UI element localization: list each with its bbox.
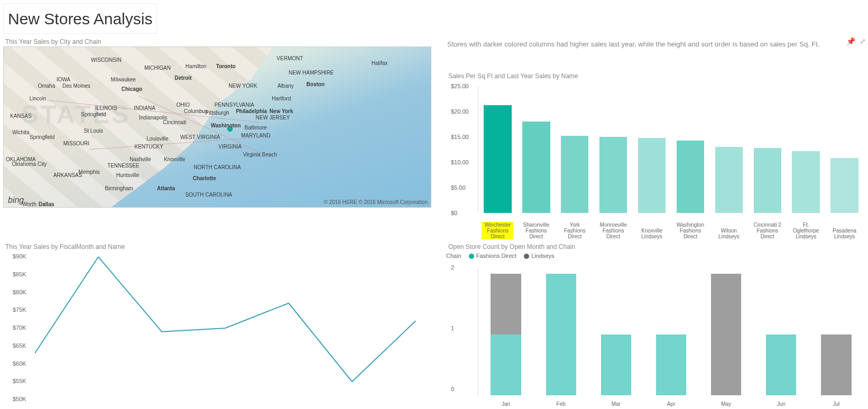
stack-segment[interactable] bbox=[821, 334, 851, 395]
map-city-label: TENNESSEE bbox=[107, 163, 140, 169]
map-city-label: NORTH CAROLINA bbox=[193, 164, 241, 170]
legend-item[interactable]: Lindseys bbox=[524, 253, 554, 259]
stack-segment[interactable] bbox=[656, 334, 686, 395]
map-city-label: ARKANSAS bbox=[53, 172, 82, 178]
map-attribution: © 2016 HERE © 2016 Microsoft Corporation bbox=[324, 199, 428, 205]
stack-segment[interactable] bbox=[601, 334, 631, 395]
x-tick-label: Jul bbox=[823, 401, 849, 407]
legend: Chain Fashions DirectLindseys bbox=[446, 252, 868, 262]
bar[interactable] bbox=[792, 151, 819, 213]
stacked-bar[interactable] bbox=[821, 334, 851, 395]
map-city-label: St Louis bbox=[84, 127, 103, 133]
map-city-label: Toronto bbox=[216, 63, 236, 69]
stack-segment[interactable] bbox=[766, 334, 796, 395]
line-visual[interactable]: This Year Sales by FiscalMonth and Name … bbox=[3, 242, 442, 409]
map-city-label: Omaha bbox=[38, 82, 55, 88]
map-data-point[interactable] bbox=[227, 126, 233, 132]
bar-visual[interactable]: 📌 ⤢ Stores with darker colored columns h… bbox=[446, 37, 868, 238]
y-tick-label: 2 bbox=[451, 264, 454, 271]
map-city-label: Wichita bbox=[12, 129, 30, 135]
stack-segment[interactable] bbox=[711, 274, 741, 395]
y-tick-label: $10.00 bbox=[451, 159, 469, 165]
y-tick-label: $80K bbox=[13, 289, 26, 295]
x-tick-label: Jun bbox=[768, 401, 795, 407]
map-canvas[interactable]: STATES WISCONSINMICHIGANMilwaukeeChicago… bbox=[3, 47, 431, 208]
y-tick-label: $85K bbox=[13, 271, 26, 277]
stacked-bar[interactable] bbox=[656, 334, 686, 395]
bar[interactable] bbox=[677, 141, 704, 213]
stacked-bar[interactable] bbox=[491, 274, 521, 395]
stacked-chart[interactable]: 012JanFebMarAprMayJunJul bbox=[446, 262, 868, 409]
y-tick-label: $25.00 bbox=[451, 83, 469, 89]
bar[interactable] bbox=[484, 105, 511, 213]
map-city-label: Halifax bbox=[372, 60, 388, 66]
focus-mode-icon[interactable]: ⤢ bbox=[860, 37, 866, 45]
bar-category-label: Cincinnati 2 Fashions Direct bbox=[752, 222, 783, 239]
map-city-label: Philadelphia bbox=[236, 108, 267, 114]
map-city-label: Springfield bbox=[81, 111, 106, 117]
map-city-label: NEW YORK bbox=[228, 82, 257, 88]
x-tick-label: Feb bbox=[548, 401, 574, 407]
bar-chart[interactable]: $0$5.00$10.00$15.00$20.00$25.00Wincheste… bbox=[446, 81, 868, 239]
bar-category-label: Monroeville Fashions Direct bbox=[597, 222, 629, 239]
map-city-label: Hartford bbox=[272, 95, 291, 101]
bar-category-label: Ft. Oglethorpe Lindseys bbox=[790, 222, 822, 239]
bar-category-label: Sharonville Fashions Direct bbox=[520, 222, 552, 239]
bar[interactable] bbox=[638, 138, 666, 213]
bar[interactable] bbox=[754, 148, 781, 213]
map-city-label: Springfield bbox=[30, 134, 54, 140]
stacked-visual[interactable]: Open Store Count by Open Month and Chain… bbox=[446, 242, 868, 409]
y-tick-label: $20.00 bbox=[451, 108, 469, 115]
map-city-label: Birmingham bbox=[105, 185, 133, 191]
y-tick-label: $90K bbox=[13, 253, 26, 259]
stack-segment[interactable] bbox=[491, 334, 521, 395]
pin-icon[interactable]: 📌 bbox=[846, 37, 855, 45]
stacked-bar[interactable] bbox=[766, 334, 796, 395]
bar-category-label: Washington Fashions Direct bbox=[675, 222, 706, 239]
bar[interactable] bbox=[715, 147, 743, 213]
line-series[interactable] bbox=[35, 257, 415, 382]
map-city-label: Huntsville bbox=[116, 172, 139, 178]
map-city-label: Albany bbox=[278, 82, 294, 88]
y-tick-label: $50K bbox=[13, 396, 26, 402]
legend-item[interactable]: Fashions Direct bbox=[469, 253, 516, 259]
map-city-label: NEW JERSEY bbox=[256, 115, 290, 120]
bar-category-label: Winchester Fashions Direct bbox=[482, 222, 513, 239]
line-chart[interactable]: $50K$55K$60K$65K$70K$75K$80K$85K$90KFebM… bbox=[3, 252, 442, 409]
bar[interactable] bbox=[599, 137, 627, 213]
map-city-label: Chicago bbox=[122, 86, 142, 91]
map-city-label: Nashville bbox=[130, 156, 151, 162]
map-city-label: Des Moines bbox=[62, 82, 90, 88]
map-city-label: VIRGINIA bbox=[218, 143, 242, 149]
legend-swatch bbox=[524, 254, 529, 259]
stacked-bar[interactable] bbox=[601, 334, 631, 395]
x-tick-label: Mar bbox=[603, 401, 629, 407]
x-tick-label: Apr bbox=[658, 401, 685, 407]
y-tick-label: 0 bbox=[451, 386, 454, 392]
stack-segment[interactable] bbox=[491, 274, 521, 334]
map-city-label: PENNSYLVANIA bbox=[215, 102, 254, 108]
bar-category-label: York Fashions Direct bbox=[559, 222, 590, 239]
bar-category-label: Pasadena Lindseys bbox=[829, 228, 861, 239]
bar[interactable] bbox=[561, 136, 588, 213]
y-tick-label: $55K bbox=[13, 378, 26, 384]
map-city-label: Cincinnati bbox=[163, 119, 186, 125]
bar-title: Sales Per Sq Ft and Last Year Sales by N… bbox=[446, 71, 868, 81]
map-city-label: NEW HAMPSHIRE bbox=[289, 70, 334, 76]
stack-segment[interactable] bbox=[546, 274, 576, 395]
stacked-title: Open Store Count by Open Month and Chain bbox=[446, 242, 868, 252]
map-visual[interactable]: This Year Sales by City and Chain STATES… bbox=[3, 37, 442, 238]
stacked-bar[interactable] bbox=[711, 274, 741, 395]
map-city-label: Knoxville bbox=[164, 156, 185, 162]
bar[interactable] bbox=[522, 122, 550, 213]
bar-caption: Stores with darker colored columns had h… bbox=[446, 37, 868, 49]
stacked-bar[interactable] bbox=[546, 274, 576, 395]
map-city-label: SOUTH CAROLINA bbox=[185, 191, 232, 197]
map-city-label: MISSOURI bbox=[63, 140, 89, 146]
y-tick-label: $5.00 bbox=[451, 184, 466, 191]
bar[interactable] bbox=[830, 158, 858, 213]
map-city-label: Columbus bbox=[184, 108, 208, 114]
map-city-label: Atlanta bbox=[157, 185, 175, 191]
map-city-label: IOWA bbox=[57, 76, 70, 82]
map-city-label: Lincoln bbox=[30, 95, 47, 101]
